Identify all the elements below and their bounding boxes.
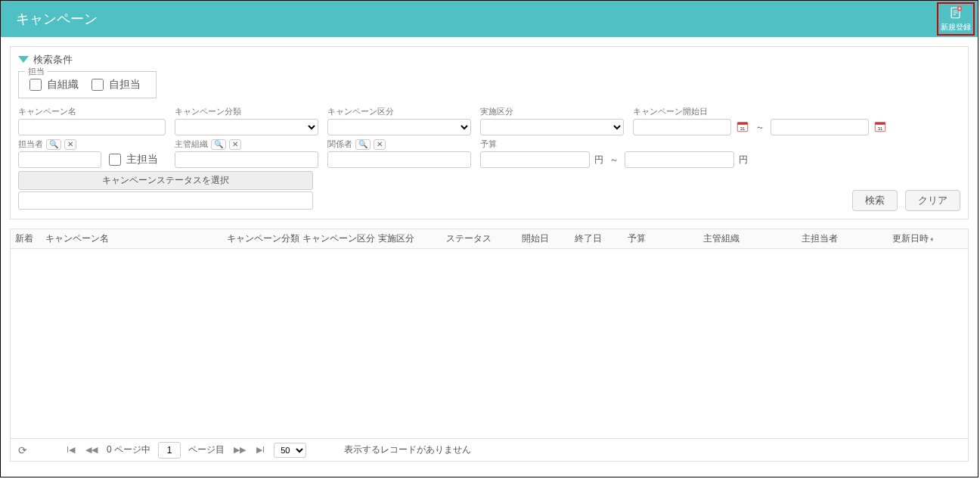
no-records-label: 表示するレコードがありません — [344, 443, 471, 456]
main-tantou-checkbox[interactable] — [109, 154, 121, 166]
last-page-icon[interactable]: ▶I — [255, 445, 266, 455]
start-date-to-input[interactable] — [771, 119, 869, 135]
campaign-class-select[interactable] — [175, 119, 318, 135]
tantousha-label: 担当者 — [18, 138, 43, 150]
pages-suffix-label: ページ目 — [188, 443, 225, 456]
col-soshiki[interactable]: 主管組織 — [699, 232, 797, 245]
tantousha-input[interactable] — [18, 151, 101, 168]
shukan-soshiki-search-icon[interactable]: 🔍 — [211, 139, 226, 150]
search-panel-toggle[interactable]: 検索条件 — [18, 53, 960, 67]
next-page-icon[interactable]: ▶▶ — [232, 445, 247, 455]
page-title: キャンペーン — [16, 10, 98, 28]
page-header: キャンペーン 新規登録 — [1, 1, 978, 37]
own-person-checkbox-label[interactable]: 自担当 — [88, 76, 141, 93]
status-box[interactable] — [18, 191, 313, 210]
reload-icon[interactable]: ⟳ — [18, 444, 27, 456]
page-size-select[interactable]: 50 — [274, 443, 306, 458]
yosan-from-input[interactable] — [480, 151, 590, 168]
svg-text:31: 31 — [878, 126, 883, 130]
campaign-kubun-label: キャンペーン区分 — [327, 106, 471, 117]
start-date-label: キャンペーン開始日 — [633, 106, 887, 117]
own-org-checkbox[interactable] — [29, 79, 42, 91]
kankeisha-input[interactable] — [327, 151, 471, 168]
col-shutantou[interactable]: 主担当者 — [797, 232, 888, 245]
own-org-checkbox-label[interactable]: 自組織 — [26, 76, 79, 93]
tantou-legend: 担当 — [25, 66, 48, 77]
svg-rect-9 — [737, 122, 748, 124]
campaign-name-input[interactable] — [18, 119, 166, 135]
yen-label-1: 円 — [594, 154, 603, 166]
campaign-class-label: キャンペーン分類 — [175, 106, 318, 117]
sort-icon: ♦ — [930, 235, 934, 243]
kankeisha-search-icon[interactable]: 🔍 — [355, 139, 371, 150]
search-panel-title: 検索条件 — [33, 53, 73, 67]
grid-header-row: 新着 キャンペーン名 キャンペーン分類 キャンペーン区分 実施区分 ステータス … — [11, 229, 968, 249]
col-start[interactable]: 開始日 — [517, 232, 570, 245]
yosan-range-sep: ～ — [608, 154, 620, 166]
yen-label-2: 円 — [739, 154, 748, 166]
col-yosan[interactable]: 予算 — [623, 232, 699, 245]
shukan-soshiki-clear-icon[interactable]: ✕ — [229, 139, 241, 150]
jisshi-kubun-select[interactable] — [480, 119, 624, 135]
tantousha-search-icon[interactable]: 🔍 — [46, 139, 61, 150]
clear-button[interactable]: クリア — [905, 190, 960, 211]
prev-page-icon[interactable]: ◀◀ — [84, 445, 99, 455]
campaign-kubun-select[interactable] — [327, 119, 471, 135]
result-grid: 新着 キャンペーン名 キャンペーン分類 キャンペーン区分 実施区分 ステータス … — [10, 229, 969, 462]
shukan-soshiki-input[interactable] — [175, 151, 318, 168]
start-date-from-input[interactable] — [633, 119, 731, 135]
kankeisha-clear-icon[interactable]: ✕ — [374, 139, 386, 150]
tantou-fieldset: 担当 自組織 自担当 — [18, 71, 157, 98]
shukan-soshiki-label: 主管組織 — [175, 138, 208, 150]
col-updated[interactable]: 更新日時♦ — [888, 232, 968, 245]
tantousha-clear-icon[interactable]: ✕ — [64, 139, 76, 150]
page-input[interactable] — [158, 442, 181, 459]
search-button[interactable]: 検索 — [852, 190, 898, 211]
pages-total-label: 0 ページ中 — [107, 443, 150, 456]
svg-text:31: 31 — [740, 126, 746, 130]
col-class[interactable]: キャンペーン分類 — [222, 232, 298, 245]
date-range-sep: ～ — [754, 121, 766, 134]
calendar-to-icon[interactable]: 31 — [873, 120, 887, 135]
jisshi-kubun-label: 実施区分 — [480, 106, 624, 117]
col-kubun[interactable]: キャンペーン区分 — [298, 232, 374, 245]
col-name[interactable]: キャンペーン名 — [41, 232, 222, 245]
new-register-label: 新規登録 — [941, 22, 971, 33]
grid-footer: ⟳ I◀ ◀◀ 0 ページ中 ページ目 ▶▶ ▶I 50 表示するレコードがあり… — [11, 438, 968, 461]
yosan-to-input[interactable] — [625, 151, 734, 168]
col-end[interactable]: 終了日 — [570, 232, 623, 245]
new-register-button[interactable]: 新規登録 — [937, 2, 975, 36]
campaign-name-label: キャンペーン名 — [18, 106, 166, 117]
col-new[interactable]: 新着 — [11, 232, 41, 245]
search-panel: 検索条件 担当 自組織 自担当 キャンペーン名 キャンペーン分類 — [10, 46, 969, 219]
chevron-down-icon — [18, 54, 29, 66]
yosan-label: 予算 — [480, 138, 748, 150]
col-status[interactable]: ステータス — [442, 232, 517, 245]
calendar-from-icon[interactable]: 31 — [736, 120, 749, 135]
main-tantou-checkbox-label[interactable]: 主担当 — [106, 151, 158, 168]
kankeisha-label: 関係者 — [327, 138, 352, 150]
own-person-checkbox[interactable] — [91, 79, 104, 91]
grid-body — [11, 249, 968, 438]
status-select-button[interactable]: キャンペーンステータスを選択 — [18, 171, 313, 190]
svg-marker-7 — [18, 56, 29, 63]
document-plus-icon — [948, 5, 963, 22]
svg-rect-12 — [875, 122, 885, 124]
col-jisshi[interactable]: 実施区分 — [374, 232, 442, 245]
first-page-icon[interactable]: I◀ — [65, 445, 76, 455]
